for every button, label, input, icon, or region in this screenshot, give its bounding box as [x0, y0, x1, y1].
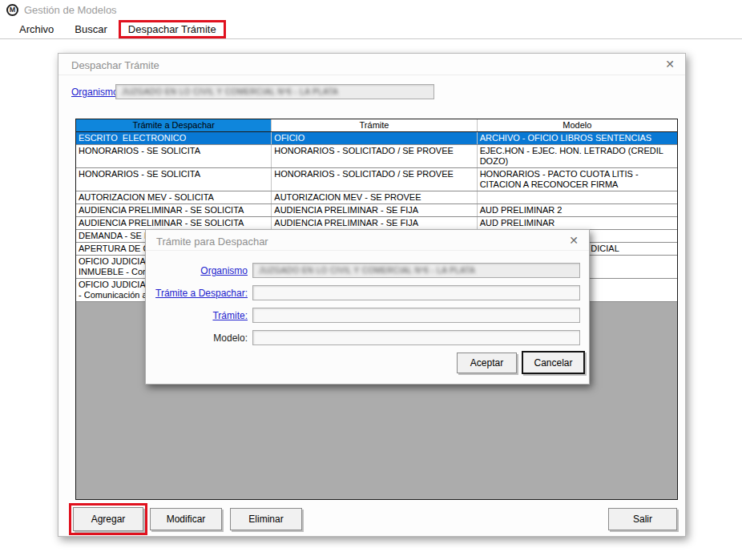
cell: AUDIENCIA PRELIMINAR - SE SOLICITA: [76, 217, 272, 229]
table-row[interactable]: HONORARIOS - SE SOLICITA HONORARIOS - SO…: [76, 168, 677, 191]
cell: HONORARIOS - PACTO CUOTA LITIS - CITACIO…: [478, 168, 677, 191]
dialog-titlebar: Despachar Trámite ✕: [58, 54, 685, 75]
modal-organismo-field[interactable]: JUZGADO EN LO CIVIL Y COMERCIAL Nº6 - LA…: [252, 263, 580, 278]
modal-modelo-field[interactable]: [252, 330, 580, 345]
cell: EJEC.HON - EJEC. HON. LETRADO (CREDIL DO…: [478, 145, 677, 167]
column-header-tramite-a-despachar[interactable]: Trámite a Despachar: [76, 119, 272, 131]
cell: OFICIO: [272, 132, 477, 144]
cell: AUD PRELIMINAR 2: [478, 204, 677, 216]
cell: AUTORIZACION MEV - SOLICITA: [76, 191, 272, 203]
table-row[interactable]: ESCRITO ELECTRONICO OFICIO ARCHIVO - OFI…: [76, 132, 677, 145]
table-row[interactable]: AUTORIZACION MEV - SOLICITA AUTORIZACION…: [76, 191, 677, 204]
modal-title: Trámite para Despachar: [156, 236, 268, 248]
window-titlebar: M Gestión de Modelos: [0, 0, 742, 19]
modal-tramite-link[interactable]: Trámite:: [151, 310, 248, 321]
cell: HONORARIOS - SE SOLICITA: [76, 168, 272, 191]
organismo-link[interactable]: Organismo: [71, 87, 119, 98]
app-icon: M: [6, 4, 18, 16]
modal-tramite-a-despachar-link[interactable]: Trámite a Despachar:: [151, 288, 248, 299]
cell: HONORARIOS - SOLICITADO / SE PROVEE: [272, 145, 477, 167]
cell: AUDIENCIA PRELIMINAR - SE FIJA: [272, 204, 477, 216]
close-icon[interactable]: ✕: [665, 58, 675, 71]
table-row[interactable]: AUDIENCIA PRELIMINAR - SE SOLICITA AUDIE…: [76, 217, 677, 230]
close-icon[interactable]: ✕: [569, 234, 579, 247]
organismo-field[interactable]: JUZGADO EN LO CIVIL Y COMERCIAL Nº6 - LA…: [115, 84, 434, 99]
modal-modelo-label: Modelo:: [151, 332, 248, 344]
menu-item-despachar-tramite[interactable]: Despachar Trámite: [119, 20, 226, 38]
cell: AUD PRELIMINAR: [478, 217, 677, 229]
cell: AUTORIZACION MEV - SE PROVEE: [272, 191, 477, 203]
despachar-tramite-dialog: Despachar Trámite ✕ Organismo JUZGADO EN…: [58, 53, 686, 537]
modal-organismo-link[interactable]: Organismo: [151, 265, 248, 276]
aceptar-button[interactable]: Aceptar: [457, 353, 517, 373]
column-header-modelo[interactable]: Modelo: [478, 119, 677, 131]
cell: ARCHIVO - OFICIO LIBROS SENTENCIAS: [478, 132, 677, 144]
menu-item-archivo[interactable]: Archivo: [10, 21, 63, 38]
table-header-row: Trámite a Despachar Trámite Modelo: [76, 119, 677, 132]
agregar-button[interactable]: Agregar: [73, 507, 143, 531]
cell: [478, 191, 677, 203]
cell: AUDIENCIA PRELIMINAR - SE SOLICITA: [76, 204, 272, 216]
menubar: Archivo Buscar Despachar Trámite: [0, 19, 742, 39]
modal-titlebar: Trámite para Despachar ✕: [146, 230, 589, 251]
cell: ESCRITO ELECTRONICO: [76, 132, 272, 144]
cell: HONORARIOS - SOLICITADO / SE PROVEE: [272, 168, 477, 191]
salir-button[interactable]: Salir: [608, 508, 677, 530]
modal-organismo-value-redacted: JUZGADO EN LO CIVIL Y COMERCIAL Nº6 - LA…: [253, 264, 579, 277]
modal-tramite-a-despachar-field[interactable]: [252, 285, 580, 300]
modificar-button[interactable]: Modificar: [150, 508, 222, 530]
cell: HONORARIOS - SE SOLICITA: [76, 145, 272, 167]
window-title: Gestión de Modelos: [24, 4, 117, 16]
tramite-para-despachar-dialog: Trámite para Despachar ✕ Organismo JUZGA…: [145, 229, 590, 385]
table-row[interactable]: AUDIENCIA PRELIMINAR - SE SOLICITA AUDIE…: [76, 204, 677, 217]
column-header-tramite[interactable]: Trámite: [272, 119, 477, 131]
dialog-title: Despachar Trámite: [71, 59, 159, 71]
cell: AUDIENCIA PRELIMINAR - SE FIJA: [272, 217, 477, 229]
menu-item-buscar[interactable]: Buscar: [65, 21, 116, 38]
modal-tramite-field[interactable]: [252, 308, 580, 323]
organismo-value-redacted: JUZGADO EN LO CIVIL Y COMERCIAL Nº6 - LA…: [116, 85, 434, 99]
table-row[interactable]: HONORARIOS - SE SOLICITA HONORARIOS - SO…: [76, 145, 677, 168]
eliminar-button[interactable]: Eliminar: [230, 508, 302, 530]
cancelar-button[interactable]: Cancelar: [522, 351, 585, 374]
